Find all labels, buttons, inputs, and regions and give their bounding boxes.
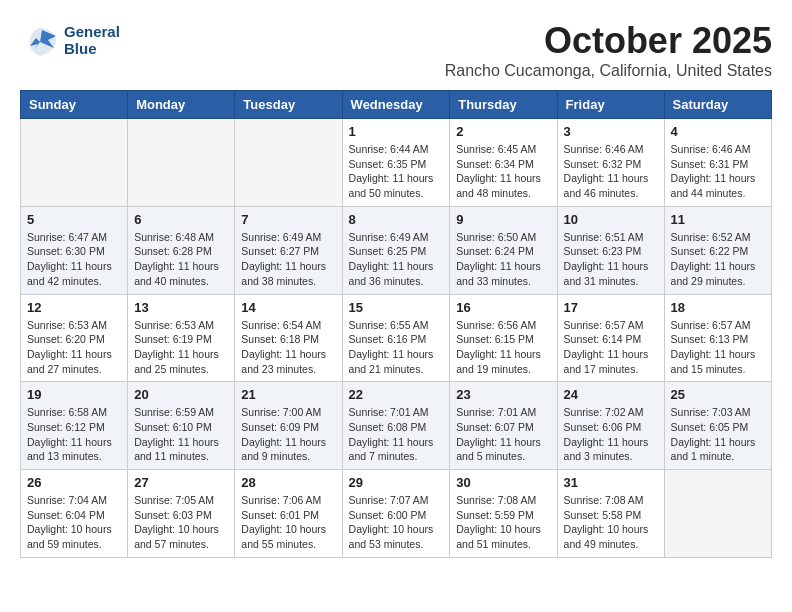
day-info: Sunrise: 7:05 AM Sunset: 6:03 PM Dayligh… xyxy=(134,493,228,552)
day-info: Sunrise: 7:07 AM Sunset: 6:00 PM Dayligh… xyxy=(349,493,444,552)
calendar-cell: 13Sunrise: 6:53 AM Sunset: 6:19 PM Dayli… xyxy=(128,294,235,382)
day-number: 26 xyxy=(27,475,121,490)
calendar-cell: 27Sunrise: 7:05 AM Sunset: 6:03 PM Dayli… xyxy=(128,470,235,558)
day-number: 5 xyxy=(27,212,121,227)
day-number: 2 xyxy=(456,124,550,139)
calendar-cell: 16Sunrise: 6:56 AM Sunset: 6:15 PM Dayli… xyxy=(450,294,557,382)
logo: General Blue xyxy=(20,20,120,60)
calendar-cell: 22Sunrise: 7:01 AM Sunset: 6:08 PM Dayli… xyxy=(342,382,450,470)
title-area: October 2025 Rancho Cucamonga, Californi… xyxy=(445,20,772,80)
day-info: Sunrise: 6:56 AM Sunset: 6:15 PM Dayligh… xyxy=(456,318,550,377)
day-number: 22 xyxy=(349,387,444,402)
day-info: Sunrise: 6:57 AM Sunset: 6:14 PM Dayligh… xyxy=(564,318,658,377)
day-number: 24 xyxy=(564,387,658,402)
logo-text: General Blue xyxy=(64,23,120,57)
day-number: 17 xyxy=(564,300,658,315)
calendar-cell: 19Sunrise: 6:58 AM Sunset: 6:12 PM Dayli… xyxy=(21,382,128,470)
day-info: Sunrise: 6:52 AM Sunset: 6:22 PM Dayligh… xyxy=(671,230,765,289)
day-info: Sunrise: 7:01 AM Sunset: 6:08 PM Dayligh… xyxy=(349,405,444,464)
calendar-cell: 1Sunrise: 6:44 AM Sunset: 6:35 PM Daylig… xyxy=(342,119,450,207)
calendar-week-row: 26Sunrise: 7:04 AM Sunset: 6:04 PM Dayli… xyxy=(21,470,772,558)
day-number: 3 xyxy=(564,124,658,139)
calendar-cell: 28Sunrise: 7:06 AM Sunset: 6:01 PM Dayli… xyxy=(235,470,342,558)
calendar-week-row: 1Sunrise: 6:44 AM Sunset: 6:35 PM Daylig… xyxy=(21,119,772,207)
day-number: 31 xyxy=(564,475,658,490)
day-number: 11 xyxy=(671,212,765,227)
day-info: Sunrise: 6:57 AM Sunset: 6:13 PM Dayligh… xyxy=(671,318,765,377)
day-number: 19 xyxy=(27,387,121,402)
day-number: 7 xyxy=(241,212,335,227)
calendar-cell: 30Sunrise: 7:08 AM Sunset: 5:59 PM Dayli… xyxy=(450,470,557,558)
weekday-header-saturday: Saturday xyxy=(664,91,771,119)
day-info: Sunrise: 7:06 AM Sunset: 6:01 PM Dayligh… xyxy=(241,493,335,552)
weekday-header-monday: Monday xyxy=(128,91,235,119)
day-info: Sunrise: 6:45 AM Sunset: 6:34 PM Dayligh… xyxy=(456,142,550,201)
calendar-cell: 23Sunrise: 7:01 AM Sunset: 6:07 PM Dayli… xyxy=(450,382,557,470)
day-info: Sunrise: 6:59 AM Sunset: 6:10 PM Dayligh… xyxy=(134,405,228,464)
calendar-cell xyxy=(235,119,342,207)
calendar-cell xyxy=(128,119,235,207)
day-info: Sunrise: 6:55 AM Sunset: 6:16 PM Dayligh… xyxy=(349,318,444,377)
day-number: 20 xyxy=(134,387,228,402)
weekday-header-friday: Friday xyxy=(557,91,664,119)
calendar-cell: 3Sunrise: 6:46 AM Sunset: 6:32 PM Daylig… xyxy=(557,119,664,207)
calendar-table: SundayMondayTuesdayWednesdayThursdayFrid… xyxy=(20,90,772,558)
calendar-week-row: 5Sunrise: 6:47 AM Sunset: 6:30 PM Daylig… xyxy=(21,206,772,294)
day-info: Sunrise: 6:53 AM Sunset: 6:20 PM Dayligh… xyxy=(27,318,121,377)
day-info: Sunrise: 6:51 AM Sunset: 6:23 PM Dayligh… xyxy=(564,230,658,289)
day-number: 8 xyxy=(349,212,444,227)
month-title: October 2025 xyxy=(445,20,772,62)
calendar-cell: 6Sunrise: 6:48 AM Sunset: 6:28 PM Daylig… xyxy=(128,206,235,294)
day-info: Sunrise: 7:01 AM Sunset: 6:07 PM Dayligh… xyxy=(456,405,550,464)
calendar-cell: 9Sunrise: 6:50 AM Sunset: 6:24 PM Daylig… xyxy=(450,206,557,294)
day-info: Sunrise: 7:00 AM Sunset: 6:09 PM Dayligh… xyxy=(241,405,335,464)
calendar-cell: 14Sunrise: 6:54 AM Sunset: 6:18 PM Dayli… xyxy=(235,294,342,382)
day-info: Sunrise: 6:48 AM Sunset: 6:28 PM Dayligh… xyxy=(134,230,228,289)
calendar-cell: 21Sunrise: 7:00 AM Sunset: 6:09 PM Dayli… xyxy=(235,382,342,470)
calendar-cell xyxy=(664,470,771,558)
calendar-cell: 24Sunrise: 7:02 AM Sunset: 6:06 PM Dayli… xyxy=(557,382,664,470)
day-info: Sunrise: 7:02 AM Sunset: 6:06 PM Dayligh… xyxy=(564,405,658,464)
weekday-header-thursday: Thursday xyxy=(450,91,557,119)
calendar-cell: 12Sunrise: 6:53 AM Sunset: 6:20 PM Dayli… xyxy=(21,294,128,382)
day-info: Sunrise: 7:08 AM Sunset: 5:59 PM Dayligh… xyxy=(456,493,550,552)
calendar-cell: 18Sunrise: 6:57 AM Sunset: 6:13 PM Dayli… xyxy=(664,294,771,382)
day-info: Sunrise: 6:50 AM Sunset: 6:24 PM Dayligh… xyxy=(456,230,550,289)
day-info: Sunrise: 7:04 AM Sunset: 6:04 PM Dayligh… xyxy=(27,493,121,552)
day-number: 9 xyxy=(456,212,550,227)
weekday-header-sunday: Sunday xyxy=(21,91,128,119)
day-info: Sunrise: 6:47 AM Sunset: 6:30 PM Dayligh… xyxy=(27,230,121,289)
calendar-cell: 17Sunrise: 6:57 AM Sunset: 6:14 PM Dayli… xyxy=(557,294,664,382)
day-info: Sunrise: 6:46 AM Sunset: 6:32 PM Dayligh… xyxy=(564,142,658,201)
calendar-cell: 15Sunrise: 6:55 AM Sunset: 6:16 PM Dayli… xyxy=(342,294,450,382)
calendar-cell: 25Sunrise: 7:03 AM Sunset: 6:05 PM Dayli… xyxy=(664,382,771,470)
day-info: Sunrise: 6:53 AM Sunset: 6:19 PM Dayligh… xyxy=(134,318,228,377)
day-number: 15 xyxy=(349,300,444,315)
day-number: 12 xyxy=(27,300,121,315)
day-number: 30 xyxy=(456,475,550,490)
calendar-cell: 2Sunrise: 6:45 AM Sunset: 6:34 PM Daylig… xyxy=(450,119,557,207)
day-number: 25 xyxy=(671,387,765,402)
logo-bird-icon xyxy=(20,20,60,60)
day-info: Sunrise: 6:46 AM Sunset: 6:31 PM Dayligh… xyxy=(671,142,765,201)
day-number: 6 xyxy=(134,212,228,227)
location-title: Rancho Cucamonga, California, United Sta… xyxy=(445,62,772,80)
day-number: 29 xyxy=(349,475,444,490)
calendar-cell: 31Sunrise: 7:08 AM Sunset: 5:58 PM Dayli… xyxy=(557,470,664,558)
day-info: Sunrise: 6:44 AM Sunset: 6:35 PM Dayligh… xyxy=(349,142,444,201)
calendar-cell xyxy=(21,119,128,207)
day-number: 28 xyxy=(241,475,335,490)
calendar-cell: 11Sunrise: 6:52 AM Sunset: 6:22 PM Dayli… xyxy=(664,206,771,294)
weekday-header-wednesday: Wednesday xyxy=(342,91,450,119)
day-number: 23 xyxy=(456,387,550,402)
calendar-cell: 26Sunrise: 7:04 AM Sunset: 6:04 PM Dayli… xyxy=(21,470,128,558)
day-number: 4 xyxy=(671,124,765,139)
day-info: Sunrise: 7:03 AM Sunset: 6:05 PM Dayligh… xyxy=(671,405,765,464)
calendar-cell: 5Sunrise: 6:47 AM Sunset: 6:30 PM Daylig… xyxy=(21,206,128,294)
day-number: 13 xyxy=(134,300,228,315)
calendar-cell: 8Sunrise: 6:49 AM Sunset: 6:25 PM Daylig… xyxy=(342,206,450,294)
weekday-header-row: SundayMondayTuesdayWednesdayThursdayFrid… xyxy=(21,91,772,119)
day-number: 16 xyxy=(456,300,550,315)
page-header: General Blue October 2025 Rancho Cucamon… xyxy=(20,20,772,80)
day-number: 18 xyxy=(671,300,765,315)
